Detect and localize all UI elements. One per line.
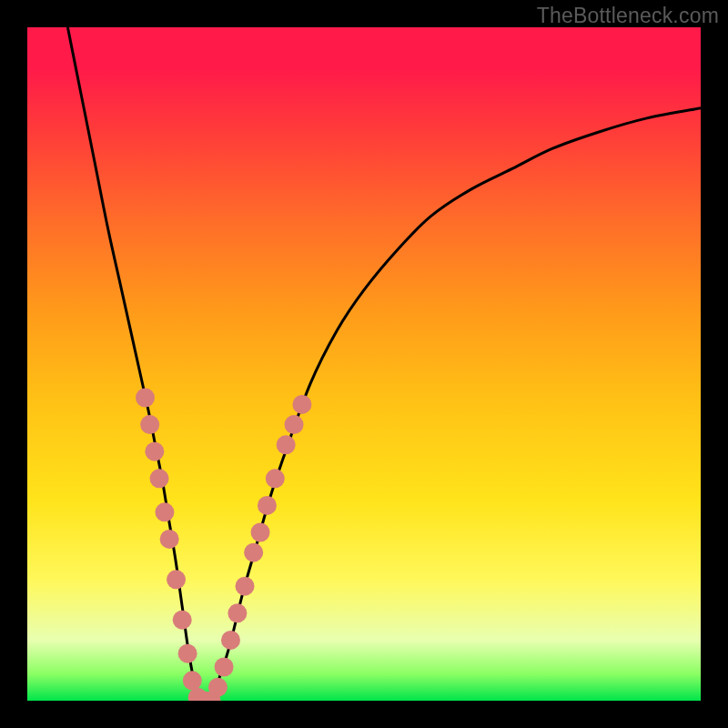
data-dot [160, 530, 179, 549]
data-dot [183, 671, 202, 690]
data-dot [221, 631, 240, 650]
data-dot [150, 469, 169, 488]
data-dot [277, 435, 296, 454]
data-dot [136, 389, 155, 408]
data-dot [140, 415, 159, 434]
data-dot [155, 502, 174, 521]
data-dot [208, 678, 228, 697]
data-dot [173, 611, 192, 630]
data-dot [244, 543, 263, 562]
data-dot [228, 603, 247, 622]
data-dot [236, 577, 255, 596]
data-dot [167, 570, 186, 589]
data-dot [178, 644, 197, 663]
bottleneck-curve [67, 27, 701, 701]
data-dot [251, 523, 270, 542]
chart-frame: TheBottleneck.com [0, 0, 728, 728]
data-dot [145, 442, 164, 461]
watermark-text: TheBottleneck.com [537, 4, 719, 28]
data-dot [215, 658, 234, 677]
data-dot [292, 395, 311, 414]
chart-svg [27, 27, 701, 701]
data-dot [285, 415, 304, 434]
data-dot [258, 496, 277, 515]
plot-area [27, 27, 701, 701]
data-dot [266, 469, 285, 488]
